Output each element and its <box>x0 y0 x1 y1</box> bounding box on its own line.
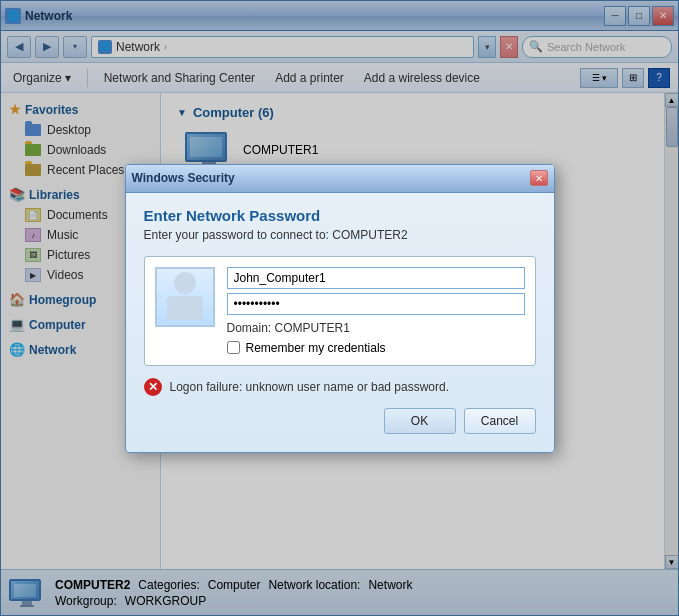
cancel-button[interactable]: Cancel <box>464 408 536 434</box>
error-icon: ✕ <box>144 378 162 396</box>
dialog-body: Enter Network Password Enter your passwo… <box>126 193 554 452</box>
dialog-form-area: Domain: COMPUTER1 Remember my credential… <box>144 256 536 366</box>
remember-row: Remember my credentials <box>227 341 525 355</box>
dialog-buttons: OK Cancel <box>144 408 536 438</box>
dialog-close-button[interactable]: ✕ <box>530 170 548 186</box>
error-row: ✕ Logon failure: unknown user name or ba… <box>144 378 536 396</box>
remember-label: Remember my credentials <box>246 341 386 355</box>
form-fields: Domain: COMPUTER1 Remember my credential… <box>227 267 525 355</box>
domain-text: Domain: COMPUTER1 <box>227 319 525 337</box>
ok-button[interactable]: OK <box>384 408 456 434</box>
error-message: Logon failure: unknown user name or bad … <box>170 380 450 394</box>
avatar-silhouette <box>165 272 205 322</box>
dialog-header: Enter Network Password <box>144 207 536 224</box>
remember-checkbox[interactable] <box>227 341 240 354</box>
dialog-overlay: Windows Security ✕ Enter Network Passwor… <box>0 0 679 616</box>
explorer-window: 🌐 Network ─ □ ✕ ◀ ▶ ▾ 🌐 Network › ▾ ✕ 🔍 … <box>0 0 679 616</box>
dialog-title-bar: Windows Security ✕ <box>126 165 554 193</box>
dialog-title: Windows Security <box>132 171 530 185</box>
error-x-icon: ✕ <box>148 380 158 394</box>
username-input[interactable] <box>227 267 525 289</box>
security-dialog: Windows Security ✕ Enter Network Passwor… <box>125 164 555 453</box>
password-input[interactable] <box>227 293 525 315</box>
avatar-head <box>174 272 196 294</box>
user-avatar <box>155 267 215 327</box>
avatar-body <box>167 296 203 320</box>
dialog-subtext: Enter your password to connect to: COMPU… <box>144 228 536 242</box>
